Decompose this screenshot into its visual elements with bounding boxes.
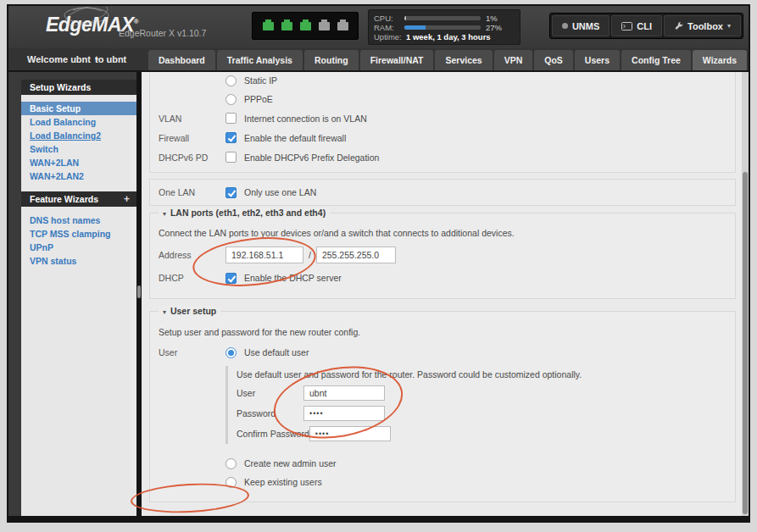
port-status-panel	[252, 12, 359, 40]
create-admin-user-radio[interactable]	[225, 458, 237, 469]
vlan-text: Internet connection is on VLAN	[244, 114, 367, 124]
cpu-bar	[404, 16, 481, 20]
default-user-note: Use default user and password for the ro…	[237, 366, 735, 383]
keep-existing-users-radio[interactable]	[225, 477, 237, 488]
password-field-label: Password	[237, 408, 303, 418]
hostname-label: to ubnt	[95, 48, 126, 70]
lan-ports-description: Connect the LAN ports to your devices or…	[150, 224, 735, 242]
ram-label: RAM:	[374, 23, 404, 32]
tab-routing[interactable]: Routing	[304, 50, 359, 70]
port-led-1	[263, 22, 274, 30]
sidebar-item-vpn-status[interactable]: VPN status	[21, 254, 136, 268]
lan-ports-legend-label: LAN ports (eth1, eth2, eth3 and eth4)	[170, 208, 326, 218]
static-ip-radio[interactable]	[225, 75, 237, 86]
firewall-text: Enable the default firewall	[244, 133, 346, 143]
password-input[interactable]	[303, 406, 385, 421]
user-setup-legend-label: User setup	[170, 306, 216, 316]
content-scrollbar[interactable]	[742, 72, 749, 516]
lan-ports-panel: ▾ LAN ports (eth1, eth2, eth3 and eth4) …	[149, 213, 736, 299]
wizard-form: Static IP PPPoE VLAN Internet connection…	[149, 72, 736, 516]
body-area: Setup Wizards Basic Setup Load Balancing…	[8, 72, 749, 516]
user-input[interactable]	[303, 385, 385, 401]
sidebar-item-tcp-mss-clamping[interactable]: TCP MSS clamping	[21, 227, 136, 241]
sidebar-item-upnp[interactable]: UPnP	[21, 241, 136, 254]
nav-bar: Welcome ubnt ▾ to ubnt Dashboard Traffic…	[8, 48, 749, 72]
lan-ports-legend[interactable]: ▾ LAN ports (eth1, eth2, eth3 and eth4)	[159, 208, 330, 218]
internet-panel: Static IP PPPoE VLAN Internet connection…	[149, 72, 736, 173]
sidebar-item-basic-setup[interactable]: Basic Setup	[21, 102, 136, 115]
ram-bar	[404, 25, 481, 30]
add-wizard-button[interactable]: +	[124, 191, 130, 207]
sidebar-item-wan-2lan[interactable]: WAN+2LAN	[21, 156, 136, 169]
static-ip-label: Static IP	[244, 75, 277, 86]
user-setup-panel: ▾ User setup Setup user and password for…	[149, 311, 736, 502]
sidebar-scrollbar-thumb[interactable]	[137, 285, 141, 298]
feature-wizards-header: Feature Wizards +	[21, 191, 136, 207]
feature-wizards-label: Feature Wizards	[30, 194, 98, 204]
dhcpv6-checkbox[interactable]	[225, 152, 237, 163]
setup-wizards-header: Setup Wizards	[21, 80, 136, 95]
port-led-3	[300, 22, 311, 30]
welcome-label: Welcome ubnt	[27, 54, 91, 64]
user-setup-legend[interactable]: ▾ User setup	[159, 306, 220, 316]
uptime-value: 1 week, 1 day, 3 hours	[406, 32, 491, 42]
firewall-checkbox[interactable]	[225, 132, 237, 143]
dhcp-text: Enable the DHCP server	[244, 273, 342, 283]
sidebar-item-dns-host-names[interactable]: DNS host names	[21, 213, 136, 227]
sidebar-item-wan-2lan2[interactable]: WAN+2LAN2	[21, 169, 136, 183]
one-lan-checkbox[interactable]	[225, 187, 237, 198]
confirm-password-field-label: Confirm Password	[237, 429, 309, 439]
app-frame: EdgeMAX® EdgeRouter X v1.10.7 CPU: 1% RA…	[7, 4, 750, 523]
vlan-checkbox[interactable]	[225, 113, 237, 124]
confirm-password-input[interactable]	[309, 426, 391, 441]
one-lan-text: Only use one LAN	[244, 187, 316, 197]
keep-existing-users-label: Keep existing users	[244, 477, 322, 487]
cli-button[interactable]: CLI	[611, 15, 662, 36]
unms-label: UNMS	[572, 21, 599, 31]
user-menu[interactable]: Welcome ubnt ▾	[27, 48, 98, 70]
lan-address-input[interactable]	[225, 247, 303, 263]
dhcp-label: DHCP	[159, 273, 225, 283]
cli-label: CLI	[637, 21, 652, 31]
port-led-5	[337, 22, 348, 30]
vlan-label: VLAN	[159, 114, 225, 124]
pppoe-radio[interactable]	[225, 94, 237, 105]
header-bar: EdgeMAX® EdgeRouter X v1.10.7 CPU: 1% RA…	[8, 6, 749, 48]
tab-dashboard[interactable]: Dashboard	[148, 50, 215, 70]
unms-button[interactable]: UNMS	[552, 15, 609, 36]
firewall-label: Firewall	[159, 133, 225, 143]
use-default-user-radio[interactable]	[225, 347, 237, 358]
tab-traffic-analysis[interactable]: Traffic Analysis	[217, 50, 303, 70]
registered-mark: ®	[134, 18, 138, 25]
wrench-icon	[674, 21, 683, 30]
cpu-label: CPU:	[374, 14, 404, 23]
tab-firewall-nat[interactable]: Firewall/NAT	[360, 50, 434, 70]
dhcp-checkbox[interactable]	[225, 273, 237, 284]
port-led-2	[281, 22, 292, 30]
system-stats: CPU: 1% RAM: 27% Uptime: 1 week, 1 day, …	[368, 9, 520, 45]
main-tabs: Dashboard Traffic Analysis Routing Firew…	[148, 50, 747, 70]
user-setup-description: Setup user and password for the new rout…	[150, 322, 735, 342]
toolbox-button[interactable]: Toolbox ▾	[664, 15, 741, 36]
sidebar-item-switch[interactable]: Switch	[21, 142, 136, 156]
tab-config-tree[interactable]: Config Tree	[621, 50, 691, 70]
tab-services[interactable]: Services	[435, 50, 492, 70]
tab-wizards[interactable]: Wizards	[693, 50, 747, 70]
sidebar-item-load-balancing2[interactable]: Load Balancing2	[21, 129, 136, 142]
port-led-4	[319, 22, 330, 30]
unms-status-icon	[562, 23, 568, 29]
use-default-user-label: Use default user	[244, 347, 309, 357]
content-scrollbar-thumb[interactable]	[743, 172, 748, 514]
chevron-down-icon: ▾	[727, 22, 731, 30]
uptime-label: Uptime:	[374, 32, 404, 42]
tab-users[interactable]: Users	[575, 50, 620, 70]
dhcpv6-label: DHCPv6 PD	[159, 152, 225, 163]
terminal-icon	[621, 22, 632, 30]
edgemax-app: EdgeMAX® EdgeRouter X v1.10.7 CPU: 1% RA…	[0, 0, 757, 532]
sidebar-item-load-balancing[interactable]: Load Balancing	[21, 115, 136, 129]
tab-vpn[interactable]: VPN	[494, 50, 533, 70]
create-admin-user-label: Create new admin user	[244, 458, 337, 468]
mask-separator: /	[309, 250, 311, 260]
tab-qos[interactable]: QoS	[534, 50, 573, 70]
lan-netmask-input[interactable]	[316, 247, 396, 263]
